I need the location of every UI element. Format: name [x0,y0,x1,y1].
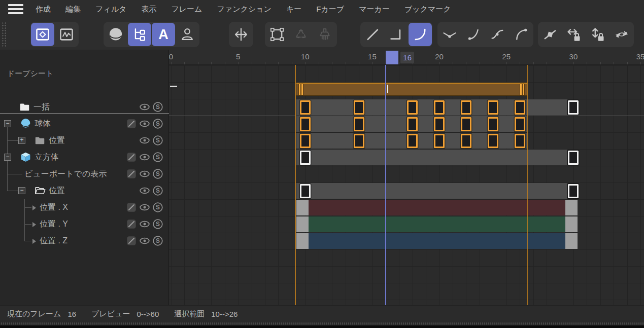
keyframe[interactable] [434,117,445,131]
keyframe[interactable] [407,100,418,115]
visibility-eye-icon[interactable] [139,118,150,129]
lock-value-button[interactable] [586,23,609,46]
tangent-ease-in-button[interactable] [462,23,485,46]
keyframe[interactable] [354,100,364,115]
animation-off-toggle-icon[interactable] [126,218,137,230]
collapse-toggle[interactable]: − [4,154,11,161]
expand-triangle-icon[interactable] [32,205,36,210]
spline-interpolation-button[interactable] [409,23,432,46]
range-start-handle[interactable] [296,216,309,232]
selection-range-bar[interactable] [296,83,527,96]
menu-item-8[interactable]: マーカー [359,5,390,13]
solo-toggle-icon[interactable]: S [152,168,163,179]
collapse-toggle[interactable]: − [4,120,11,127]
playhead-line[interactable] [385,65,386,305]
collapse-toggle[interactable]: − [18,187,25,194]
keyframe[interactable] [407,117,418,131]
fcurve-range-position-z[interactable] [296,233,578,249]
solo-toggle-icon[interactable]: S [152,218,163,230]
tree-row-position-y[interactable]: 位置 . YS [0,216,168,233]
tree-row-cube[interactable]: −立方体S [0,149,168,166]
keyframe[interactable] [568,100,579,115]
tree-row-sphere[interactable]: −球体S [0,116,168,132]
tangent-ease-ease-button[interactable] [486,23,509,46]
visibility-eye-icon[interactable] [139,202,150,213]
keyframe[interactable] [300,151,311,165]
solo-toggle-icon[interactable]: S [152,135,163,146]
keyframe[interactable] [434,134,445,148]
keyframe[interactable] [354,134,364,148]
step-interpolation-button[interactable] [385,23,408,46]
solo-toggle-icon[interactable]: S [152,235,163,246]
expand-toggle[interactable]: + [18,137,25,144]
animation-off-toggle-icon[interactable] [126,168,137,179]
keyframe[interactable] [354,117,364,131]
keyframe[interactable] [300,184,311,198]
animation-off-toggle-icon[interactable] [126,235,137,246]
range-end-handle[interactable] [565,200,578,215]
timeline-canvas[interactable] [169,65,644,305]
solo-toggle-icon[interactable]: S [152,152,163,163]
menu-item-6[interactable]: キー [286,5,301,13]
fcurve-range-position-x[interactable] [296,200,578,215]
tree-row-cube-position[interactable]: −位置S [0,183,168,199]
toolbar-drag-handle-icon[interactable] [1,21,6,47]
keyframe[interactable] [568,184,579,198]
visibility-eye-icon[interactable] [139,185,150,196]
solo-toggle-icon[interactable]: S [152,118,163,129]
keyframe[interactable] [461,100,471,115]
tangent-ease-out-button[interactable] [510,23,533,46]
keyframe[interactable] [461,134,471,148]
move-keys-button[interactable] [229,23,253,46]
visibility-eye-icon[interactable] [139,101,150,113]
keyframe[interactable] [515,100,525,115]
selection-handle-stripe[interactable] [520,84,522,95]
selection-handle-stripe[interactable] [301,84,303,95]
tree-row-viewport-display[interactable]: ビューポートでの表示S [0,166,168,183]
menu-item-5[interactable]: ファンクション [217,5,271,13]
show-hierarchy-button[interactable] [128,23,151,46]
menu-item-9[interactable]: ブックマーク [404,5,451,13]
fcurve-range-position-y[interactable] [296,216,578,232]
visibility-eye-icon[interactable] [139,135,150,146]
animation-off-toggle-icon[interactable] [126,202,137,213]
visibility-eye-icon[interactable] [139,152,150,163]
auto-tangents-button[interactable] [610,23,633,46]
tree-row-sphere-position[interactable]: +位置S [0,132,168,149]
expand-triangle-icon[interactable] [32,239,36,244]
keyframe[interactable] [407,134,418,148]
keyframe[interactable] [488,100,498,115]
animation-off-toggle-icon[interactable] [126,118,137,129]
hamburger-menu-icon[interactable] [8,4,23,14]
resize-grip[interactable] [0,322,644,325]
visibility-eye-icon[interactable] [139,235,150,246]
solo-toggle-icon[interactable]: S [152,101,163,113]
selection-handle-stripe[interactable] [299,84,300,95]
expand-triangle-icon[interactable] [32,222,36,227]
show-animated-button[interactable]: A [152,23,175,46]
animation-off-toggle-icon[interactable] [126,152,137,163]
preview-start-marker[interactable] [170,86,177,87]
menu-item-1[interactable]: 編集 [65,5,81,13]
selection-handle-stripe[interactable] [523,84,524,95]
menu-item-2[interactable]: フィルタ [95,5,126,13]
range-end-handle[interactable] [565,233,578,249]
menu-item-0[interactable]: 作成 [36,5,51,13]
visibility-eye-icon[interactable] [139,218,150,230]
tree-row-position-x[interactable]: 位置 . XS [0,199,168,216]
ripple-edit-button[interactable] [289,23,313,46]
solo-toggle-icon[interactable]: S [152,185,163,196]
playhead-handle[interactable] [386,51,398,64]
menu-item-7[interactable]: Fカーブ [316,5,344,13]
fcurve-mode-button[interactable] [55,23,78,46]
keyframe[interactable] [568,151,579,165]
visibility-eye-icon[interactable] [139,168,150,179]
lock-time-button[interactable] [562,23,586,46]
keyframe[interactable] [515,134,525,148]
keyframe[interactable] [434,100,445,115]
range-end-handle[interactable] [565,216,578,232]
paint-keys-button[interactable] [313,23,336,46]
menu-item-3[interactable]: 表示 [141,5,156,13]
menu-item-4[interactable]: フレーム [171,5,202,13]
keyframe[interactable] [300,100,311,115]
